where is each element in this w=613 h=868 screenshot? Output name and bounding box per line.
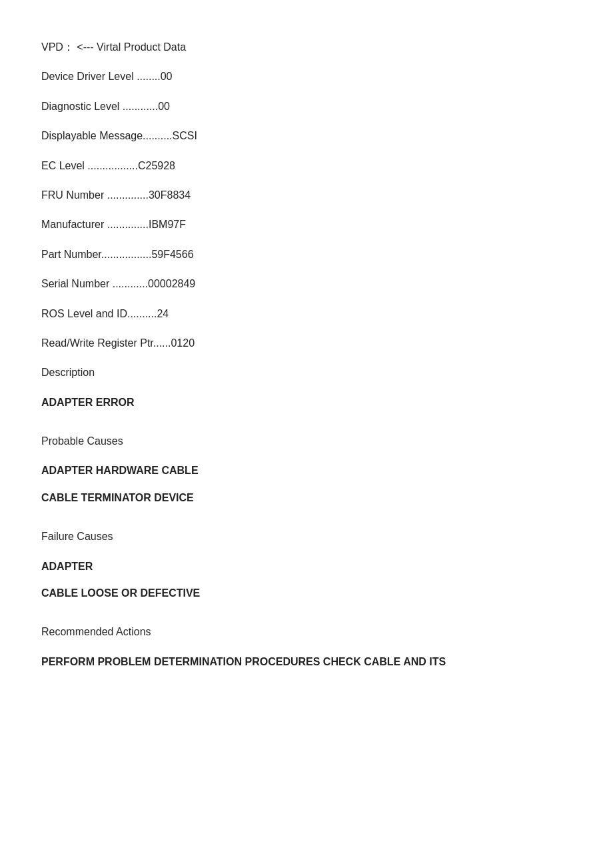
part-number: Part Number.................59F4566 bbox=[41, 247, 572, 262]
adapter-error: ADAPTER ERROR bbox=[41, 395, 572, 410]
adapter: ADAPTER bbox=[41, 559, 572, 574]
perform-problem: PERFORM PROBLEM DETERMINATION PROCEDURES… bbox=[41, 655, 572, 669]
device-driver-level: Device Driver Level ........00 bbox=[41, 69, 572, 84]
vpd: VPD： <--- Virtal Product Data bbox=[41, 40, 572, 55]
probable-causes-label: Probable Causes bbox=[41, 434, 572, 449]
description-label: Description bbox=[41, 365, 572, 380]
serial-number: Serial Number ............00002849 bbox=[41, 277, 572, 291]
diagnostic-level: Diagnostic Level ............00 bbox=[41, 99, 572, 114]
ros-level: ROS Level and ID..........24 bbox=[41, 307, 572, 321]
cable-terminator-device: CABLE TERMINATOR DEVICE bbox=[41, 491, 572, 505]
cable-loose: CABLE LOOSE OR DEFECTIVE bbox=[41, 586, 572, 601]
fru-number: FRU Number ..............30F8834 bbox=[41, 188, 572, 203]
displayable-message: Displayable Message..........SCSI bbox=[41, 129, 572, 143]
spacer-spacer3 bbox=[41, 613, 572, 625]
rw-register: Read/Write Register Ptr......0120 bbox=[41, 336, 572, 351]
spacer-spacer1 bbox=[41, 422, 572, 434]
recommended-actions-label: Recommended Actions bbox=[41, 625, 572, 639]
ec-level: EC Level .................C25928 bbox=[41, 159, 572, 173]
spacer-spacer2 bbox=[41, 517, 572, 529]
main-content: VPD： <--- Virtal Product DataDevice Driv… bbox=[41, 40, 572, 681]
adapter-hardware-cable: ADAPTER HARDWARE CABLE bbox=[41, 463, 572, 478]
failure-causes-label: Failure Causes bbox=[41, 529, 572, 544]
manufacturer: Manufacturer ..............IBM97F bbox=[41, 217, 572, 232]
